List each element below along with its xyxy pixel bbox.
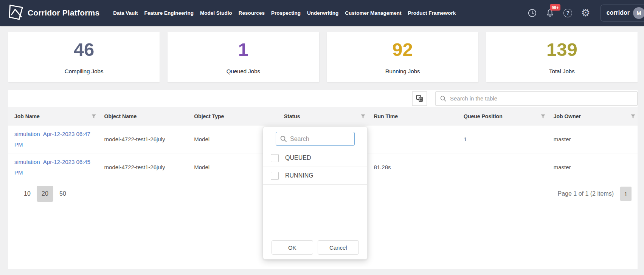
user-menu[interactable]: corridor M xyxy=(600,5,644,22)
object-name-cell: model-4722-test1-26july xyxy=(98,153,188,181)
navbar-actions: 99+ ? ⚙ corridor M xyxy=(528,5,644,22)
page-size-10[interactable]: 10 xyxy=(19,186,36,202)
filter-search-input[interactable] xyxy=(276,132,355,146)
nav-item-product-framework[interactable]: Product Framework xyxy=(408,10,456,16)
job-name-link[interactable]: simulation_Apr-12-2023 06:45 PM xyxy=(14,157,95,178)
page-button-1[interactable]: 1 xyxy=(620,187,632,201)
filter-icon-status[interactable] xyxy=(361,114,365,119)
run-time-cell: 81.28s xyxy=(368,153,458,181)
nav-item-model-studio[interactable]: Model Studio xyxy=(200,10,232,16)
nav-item-underwriting[interactable]: Underwriting xyxy=(307,10,338,16)
column-header-object-name: Object Name xyxy=(98,107,188,125)
filter-option-queued[interactable]: QUEUED xyxy=(263,149,367,167)
compiling-jobs-label: Compiling Jobs xyxy=(65,68,104,74)
total-jobs-count: 139 xyxy=(546,40,577,59)
running-jobs-label: Running Jobs xyxy=(385,68,420,74)
column-header-job-owner: Job Owner xyxy=(548,107,638,125)
ok-button[interactable]: OK xyxy=(272,240,313,255)
job-owner-cell: master xyxy=(548,153,638,181)
corridor-logo-icon xyxy=(7,3,24,22)
table-header-row: Job Name Object Name Object Type Status xyxy=(8,107,638,125)
table-toolbar xyxy=(8,90,638,107)
notification-badge: 99+ xyxy=(550,4,561,11)
queued-jobs-label: Queued Jobs xyxy=(227,68,260,74)
column-header-object-type: Object Type xyxy=(188,107,278,125)
status-filter-popup: QUEUED RUNNING OK Cancel xyxy=(263,127,368,260)
history-clock-icon[interactable] xyxy=(528,8,537,18)
stat-card-running-jobs: 92 Running Jobs xyxy=(327,32,478,82)
filter-option-running[interactable]: RUNNING xyxy=(263,167,367,185)
top-navbar: Corridor Platforms Data Vault Feature En… xyxy=(0,0,644,26)
queued-jobs-count: 1 xyxy=(238,40,248,59)
column-header-queue-position: Queue Position xyxy=(458,107,548,125)
stat-card-total-jobs: 139 Total Jobs xyxy=(486,32,638,82)
object-name-cell: model-4722-test1-26july xyxy=(98,125,188,153)
compiling-jobs-count: 46 xyxy=(74,40,95,59)
run-time-cell xyxy=(368,125,458,153)
running-label: RUNNING xyxy=(285,172,313,179)
app-screen: Corridor Platforms Data Vault Feature En… xyxy=(0,0,644,275)
column-chooser-button[interactable] xyxy=(412,91,427,106)
main-nav: Data Vault Feature Engineering Model Stu… xyxy=(113,10,456,16)
filter-popup-buttons: OK Cancel xyxy=(263,240,367,259)
cancel-button[interactable]: Cancel xyxy=(318,240,359,255)
filter-icon-queue-position[interactable] xyxy=(541,114,545,119)
table-search-input[interactable] xyxy=(435,91,638,106)
help-icon[interactable]: ? xyxy=(563,8,573,18)
spacer xyxy=(263,185,367,240)
search-icon xyxy=(280,135,287,142)
filter-icon-job-owner[interactable] xyxy=(631,114,635,119)
table-search xyxy=(435,91,638,106)
settings-gear-icon[interactable]: ⚙ xyxy=(581,8,591,18)
brand[interactable]: Corridor Platforms xyxy=(7,3,99,22)
queue-position-cell: 1 xyxy=(458,125,548,153)
nav-item-resources[interactable]: Resources xyxy=(239,10,265,16)
running-checkbox[interactable] xyxy=(271,172,279,180)
column-header-run-time: Run Time xyxy=(368,107,458,125)
nav-item-customer-management[interactable]: Customer Management xyxy=(345,10,401,16)
job-owner-cell: master xyxy=(548,125,638,153)
brand-name: Corridor Platforms xyxy=(28,8,99,17)
job-name-link[interactable]: simulation_Apr-12-2023 06:47 PM xyxy=(14,129,95,150)
queued-label: QUEUED xyxy=(285,154,311,161)
page-size-20[interactable]: 20 xyxy=(37,186,53,202)
total-jobs-label: Total Jobs xyxy=(549,68,575,74)
search-icon xyxy=(440,95,447,102)
nav-item-data-vault[interactable]: Data Vault xyxy=(113,10,138,16)
nav-item-prospecting[interactable]: Prospecting xyxy=(271,10,301,16)
page-info: Page 1 of 1 (2 items) xyxy=(557,190,614,197)
page-size-50[interactable]: 50 xyxy=(54,186,71,202)
running-jobs-count: 92 xyxy=(392,40,413,59)
nav-item-feature-engineering[interactable]: Feature Engineering xyxy=(144,10,194,16)
stat-card-queued-jobs: 1 Queued Jobs xyxy=(168,32,319,82)
filter-icon-job-name[interactable] xyxy=(92,114,96,119)
job-stats-band: 46 Compiling Jobs 1 Queued Jobs 92 Runni… xyxy=(0,26,644,90)
user-avatar: M xyxy=(633,7,644,19)
column-header-status: Status xyxy=(278,107,368,125)
filter-search xyxy=(276,132,355,146)
column-header-job-name: Job Name xyxy=(8,107,98,125)
queued-checkbox[interactable] xyxy=(271,154,279,162)
user-name: corridor xyxy=(607,9,630,16)
notifications-bell-icon[interactable]: 99+ xyxy=(545,8,555,18)
stat-card-compiling-jobs: 46 Compiling Jobs xyxy=(8,32,160,82)
queue-position-cell xyxy=(458,153,548,181)
